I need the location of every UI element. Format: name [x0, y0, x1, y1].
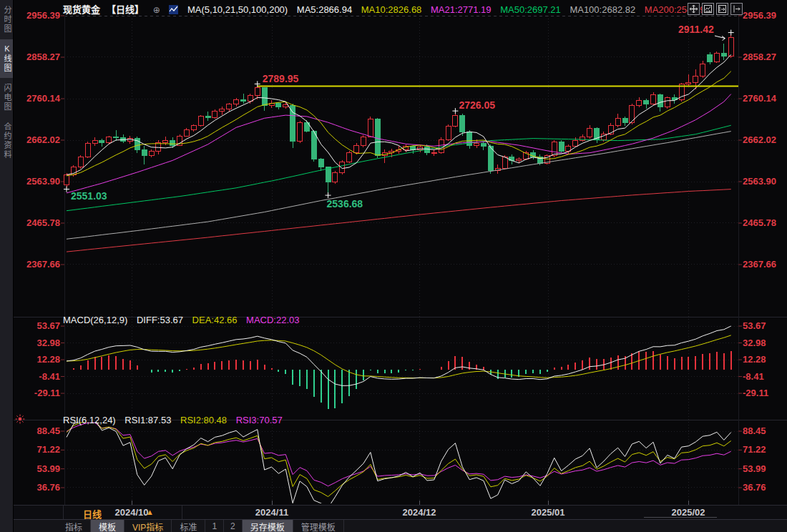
svg-text:2563.90: 2563.90: [26, 176, 60, 187]
ma-param-label: MA(5,10,21,50,100,200): [187, 4, 288, 15]
date-label: 2024/12: [403, 507, 436, 518]
bottom-tab-管理模板[interactable]: 管理模板: [293, 520, 344, 532]
macd-value: MACD:22.03: [246, 315, 299, 325]
diff-value: DIFF:53.67: [137, 315, 183, 325]
grid: [13, 16, 787, 505]
svg-text:71.22: 71.22: [743, 444, 766, 455]
svg-text:2789.95: 2789.95: [263, 73, 299, 84]
ma10-line: [67, 72, 731, 176]
arrow-to-high-icon: [715, 36, 725, 41]
svg-text:53.99: 53.99: [743, 463, 766, 474]
bottom-tab-模板[interactable]: 模板: [91, 520, 124, 532]
svg-text:2465.78: 2465.78: [26, 217, 60, 228]
fit-chart-icon[interactable]: [702, 3, 714, 15]
svg-text:32.98: 32.98: [743, 338, 766, 348]
svg-text:2911.42: 2911.42: [678, 24, 714, 35]
svg-text:12.28: 12.28: [36, 354, 60, 365]
svg-text:2956.39: 2956.39: [26, 10, 60, 21]
rsi1-value: RSI1:87.53: [124, 415, 171, 425]
svg-text:2858.27: 2858.27: [743, 51, 776, 62]
sidebar-tab-2[interactable]: K线图: [0, 39, 13, 78]
candlesticks: [64, 35, 734, 194]
svg-text:53.99: 53.99: [36, 463, 60, 474]
ma50-line: [67, 125, 731, 210]
sidebar-tab-4[interactable]: 合约资料: [0, 117, 13, 164]
bottom-tab-1[interactable]: 1: [205, 520, 224, 532]
alert-sun-icon[interactable]: [15, 414, 25, 427]
bottom-tab-VIP指标[interactable]: VIP指标: [124, 520, 172, 532]
svg-text:2760.14: 2760.14: [743, 93, 777, 104]
rsi2-value: RSI2:80.48: [180, 415, 227, 425]
bottom-tab-2[interactable]: 2: [224, 520, 243, 532]
svg-text:88.45: 88.45: [36, 425, 60, 436]
svg-text:2662.02: 2662.02: [26, 134, 60, 145]
pan-right-icon[interactable]: [716, 3, 728, 15]
rsi-title: RSI(6,12,24): [63, 415, 116, 425]
svg-text:2662.02: 2662.02: [743, 134, 776, 145]
svg-text:53.67: 53.67: [36, 320, 60, 331]
jump-latest-icon[interactable]: [730, 3, 743, 15]
bottom-tab-另存模板[interactable]: 另存模板: [243, 520, 293, 532]
move-crosshair-icon[interactable]: [688, 3, 700, 15]
ma5-value: MA5:2866.94: [297, 4, 352, 15]
macd-title: MACD(26,12,9): [63, 315, 127, 325]
svg-text:2563.90: 2563.90: [743, 176, 776, 187]
period-tag: 【日线】: [107, 4, 144, 15]
trading-app: 分时图K线图闪电图合约资料 2956.392956.392858.272858.…: [0, 0, 787, 532]
svg-text:2726.05: 2726.05: [459, 99, 495, 111]
svg-text:2367.66: 2367.66: [743, 259, 776, 270]
rsi1-line: [67, 420, 731, 505]
chart-toolbar: [688, 3, 743, 15]
svg-text:2956.39: 2956.39: [743, 10, 776, 21]
bottom-tabbar: 指标模板VIP指标标准12另存模板管理模板: [13, 519, 787, 532]
ma100-value: MA100:2682.82: [570, 4, 635, 15]
bottom-tab-指标[interactable]: 指标: [57, 520, 91, 532]
date-label: 2024/11: [255, 507, 288, 518]
chart-canvas[interactable]: 2956.392956.392858.272858.272760.142760.…: [0, 0, 787, 505]
expand-icon[interactable]: ⊕: [153, 5, 160, 15]
instrument-title: 现货黄金: [63, 4, 100, 15]
horizontal-scrollbar[interactable]: [644, 517, 717, 518]
ma21-value: MA21:2771.19: [431, 4, 492, 15]
sidebar-tab-3[interactable]: 闪电图: [0, 79, 13, 117]
sidebar-tab-1[interactable]: 分时图: [0, 1, 13, 39]
svg-text:53.67: 53.67: [743, 320, 766, 331]
svg-text:2465.78: 2465.78: [743, 217, 776, 228]
left-sidebar: 分时图K线图闪电图合约资料: [0, 0, 14, 532]
ma50-value: MA50:2697.21: [500, 4, 561, 15]
date-label: 2025/01: [532, 507, 565, 518]
macd-histogram: [67, 351, 731, 409]
svg-text:-8.41: -8.41: [39, 371, 60, 382]
svg-text:2858.27: 2858.27: [26, 51, 60, 62]
svg-text:2760.14: 2760.14: [26, 93, 61, 104]
svg-text:-29.11: -29.11: [34, 388, 60, 398]
svg-text:88.45: 88.45: [743, 425, 766, 436]
dea-value: DEA:42.66: [192, 315, 238, 325]
svg-text:2536.68: 2536.68: [327, 198, 363, 210]
svg-text:12.28: 12.28: [743, 354, 766, 365]
svg-text:2367.66: 2367.66: [26, 259, 60, 270]
macd-header: MACD(26,12,9) DIFF:53.67 DEA:42.66 MACD:…: [63, 315, 306, 325]
svg-text:36.76: 36.76: [743, 482, 766, 493]
ma-indicator-badge-icon[interactable]: [169, 5, 178, 16]
svg-text:2551.03: 2551.03: [71, 190, 107, 202]
date-label: 2025/02: [672, 507, 705, 518]
bottom-tab-标准[interactable]: 标准: [172, 520, 205, 532]
svg-text:-8.41: -8.41: [743, 371, 764, 382]
ma10-value: MA10:2826.68: [361, 4, 422, 15]
ma200-line: [67, 189, 731, 252]
chart-header: 现货黄金【日线】 ⊕ MA(5,10,21,50,100,200) MA5:28…: [63, 2, 711, 16]
svg-text:32.98: 32.98: [36, 338, 60, 348]
svg-text:36.76: 36.76: [36, 482, 60, 493]
rsi3-value: RSI3:70.57: [236, 415, 283, 425]
date-label: 2024/10: [115, 507, 149, 518]
svg-text:-29.11: -29.11: [743, 388, 768, 398]
svg-text:71.22: 71.22: [36, 444, 60, 455]
xaxis-row: 日线 ▲ 2024/102024/112024/122025/012025/02: [13, 505, 787, 520]
rsi-header: RSI(6,12,24) RSI1:87.53 RSI2:80.48 RSI3:…: [63, 415, 289, 425]
